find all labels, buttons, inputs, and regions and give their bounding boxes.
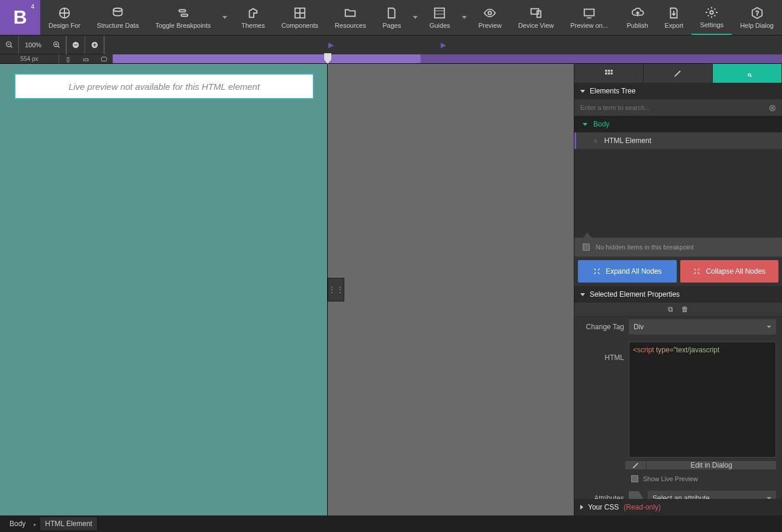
selected-element-notice[interactable]: Live preview not available for this HTML…: [14, 73, 314, 99]
desktop-icon[interactable]: 🖵: [95, 54, 112, 64]
ruler-bar[interactable]: [113, 54, 782, 63]
mobile-icon[interactable]: ▯: [59, 54, 77, 64]
preview-on-label: Preview on...: [570, 22, 608, 29]
show-preview-label: Show Live Preview: [643, 475, 698, 482]
guides-dropdown[interactable]: [458, 0, 470, 35]
delete-icon[interactable]: 🗑: [681, 305, 689, 313]
canvas-area[interactable]: Live preview not available for this HTML…: [0, 64, 574, 515]
breakpoints-label: Toggle Breakpoints: [156, 22, 211, 29]
guides-button[interactable]: Guides: [421, 0, 458, 35]
zoom-out-icon[interactable]: [0, 35, 19, 54]
settings-button[interactable]: Settings: [691, 0, 732, 35]
tree-search-input[interactable]: [580, 104, 768, 111]
tree-html-element-node[interactable]: HTML Element: [574, 132, 782, 149]
help-button[interactable]: ?Help Dialog: [732, 0, 782, 35]
breakpoints-dropdown[interactable]: [219, 0, 231, 35]
css-title: Your CSS: [588, 503, 619, 511]
preview-on-button[interactable]: Preview on...: [562, 0, 616, 35]
zoom-level: 100%: [19, 41, 47, 48]
breakpoint-ruler[interactable]: ▶ ▶: [104, 35, 782, 54]
tree-search-row: ⊗: [574, 99, 782, 116]
hidden-items-label: No hidden items in this breakpoint: [596, 244, 694, 251]
edit-dialog-row: Edit in Dialog: [625, 461, 776, 469]
expand-all-button[interactable]: Expand All Nodes: [578, 260, 677, 283]
chevron-right-icon: [34, 520, 37, 528]
crumb-body[interactable]: Body: [5, 517, 30, 530]
breadcrumb-bar: Body HTML Element: [0, 515, 782, 532]
tree-empty-area: [574, 149, 782, 238]
svg-point-1: [114, 8, 122, 11]
edit-tab[interactable]: [644, 64, 713, 83]
plus-icon[interactable]: [85, 35, 104, 54]
change-tag-row: Change Tag Div: [574, 316, 782, 338]
themes-button[interactable]: Themes: [233, 0, 273, 35]
guides-label: Guides: [429, 22, 450, 29]
svg-rect-23: [608, 73, 610, 74]
element-tree: Body HTML Element: [574, 116, 782, 238]
tree-search-tab[interactable]: [713, 64, 782, 83]
clear-search-icon[interactable]: ⊗: [768, 102, 776, 113]
show-preview-checkbox[interactable]: [631, 475, 638, 482]
publish-label: Publish: [627, 22, 648, 29]
publish-button[interactable]: Publish: [619, 0, 657, 35]
hint-arrow: [583, 232, 592, 238]
ruler-handle[interactable]: [324, 53, 331, 64]
app-logo: B 4: [0, 0, 40, 35]
svg-rect-15: [74, 44, 77, 45]
properties-header[interactable]: Selected Element Properties: [574, 286, 782, 303]
export-button[interactable]: Export: [657, 0, 692, 35]
minus-icon[interactable]: [66, 35, 85, 54]
design-for-button[interactable]: Design For: [40, 0, 89, 35]
svg-rect-24: [610, 73, 612, 74]
main-area: Live preview not available for this HTML…: [0, 64, 782, 515]
svg-text:?: ?: [755, 9, 759, 16]
hidden-items-checkbox[interactable]: [583, 244, 590, 251]
attributes-row: Attributes Select an attribute: [574, 487, 782, 499]
change-tag-select[interactable]: Div: [629, 319, 776, 335]
your-css-header[interactable]: Your CSS (Read-only): [574, 499, 782, 515]
tag-value: Div: [634, 323, 644, 331]
device-view-button[interactable]: Device View: [510, 0, 562, 35]
zoom-in-icon[interactable]: [47, 35, 66, 54]
tree-html-label: HTML Element: [604, 137, 651, 145]
elements-tree-header[interactable]: Elements Tree: [574, 83, 782, 99]
settings-label: Settings: [700, 21, 723, 28]
html-label: HTML: [580, 342, 624, 362]
attribute-select[interactable]: Select an attribute: [648, 491, 776, 499]
css-readonly-label: (Read-only): [623, 503, 661, 511]
tablet-icon[interactable]: ▭: [77, 54, 95, 64]
resources-button[interactable]: Resources: [327, 0, 374, 35]
help-label: Help Dialog: [740, 22, 774, 29]
preview-notice-text: Live preview not available for this HTML…: [69, 82, 260, 92]
tree-body-node[interactable]: Body: [574, 116, 782, 132]
device-icons-group: ▯ ▭ 🖵: [59, 54, 113, 63]
html-code-row: HTML <script type="text/javascript: [574, 338, 782, 461]
right-panel: Elements Tree ⊗ Body HTML Element No hid…: [574, 64, 782, 515]
crumb-html-element[interactable]: HTML Element: [40, 517, 97, 530]
design-for-label: Design For: [49, 22, 80, 29]
grid-tab[interactable]: [574, 64, 644, 83]
pages-dropdown[interactable]: [409, 0, 421, 35]
preview-button[interactable]: Preview: [470, 0, 510, 35]
toggle-breakpoints-button[interactable]: Toggle Breakpoints: [147, 0, 219, 35]
code-str: "text/javascript: [674, 346, 720, 354]
logo-version: 4: [31, 4, 34, 10]
change-tag-label: Change Tag: [580, 323, 624, 331]
code-tag: <script: [633, 346, 654, 354]
components-button[interactable]: Components: [273, 0, 327, 35]
pages-button[interactable]: Pages: [374, 0, 409, 35]
resize-handle[interactable]: ⋮⋮: [328, 278, 344, 301]
size-ruler: 554 px ▯ ▭ 🖵: [0, 54, 782, 64]
pencil-icon[interactable]: [625, 461, 647, 469]
code-attr: type=: [654, 346, 674, 354]
main-toolbar: B 4 Design For Structure Data Toggle Bre…: [0, 0, 782, 35]
edit-in-dialog-button[interactable]: Edit in Dialog: [647, 461, 776, 469]
expand-label: Expand All Nodes: [606, 267, 662, 275]
html-code-editor[interactable]: <script type="text/javascript: [629, 342, 776, 458]
duplicate-icon[interactable]: ⧉: [668, 305, 673, 313]
tag-icon[interactable]: [629, 491, 643, 499]
collapse-all-button[interactable]: Collapse All Nodes: [680, 260, 779, 283]
svg-rect-20: [608, 70, 610, 72]
svg-rect-21: [610, 70, 612, 72]
structure-data-button[interactable]: Structure Data: [89, 0, 147, 35]
